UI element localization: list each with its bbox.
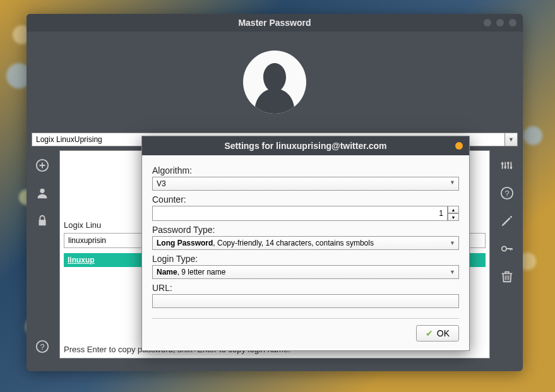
help-icon[interactable]: ?: [35, 339, 50, 354]
delete-icon[interactable]: [499, 269, 515, 284]
url-input[interactable]: [152, 294, 459, 308]
svg-point-3: [501, 162, 504, 165]
site-list-item-label: linuxup: [68, 256, 95, 264]
url-label: URL:: [152, 283, 459, 293]
counter-spinner: ▲ ▼: [448, 206, 459, 221]
ok-button[interactable]: ✔ OK: [416, 325, 459, 342]
right-toolbar: ?: [491, 150, 523, 359]
login-type-rest: , 9 letter name: [177, 268, 226, 276]
settings-dialog: Settings for linuxuprising@twitter.com A…: [141, 136, 470, 351]
password-type-label: Password Type:: [152, 225, 459, 235]
password-type-select[interactable]: Long Password , Copy-friendly, 14 charac…: [152, 236, 459, 250]
counter-up-button[interactable]: ▲: [448, 206, 459, 213]
check-icon: ✔: [426, 328, 433, 338]
titlebar: Master Password: [27, 14, 523, 32]
lock-icon[interactable]: [35, 213, 50, 229]
user-dropdown-button[interactable]: ▼: [505, 133, 518, 146]
svg-text:?: ?: [40, 342, 44, 352]
algorithm-select[interactable]: [152, 177, 459, 191]
separator: [152, 318, 459, 319]
counter-label: Counter:: [152, 194, 459, 205]
minimize-button[interactable]: [484, 19, 491, 27]
help-icon-right[interactable]: ?: [499, 186, 515, 201]
password-type-bold: Long Password: [157, 239, 213, 247]
svg-point-4: [504, 166, 506, 169]
site-label: Logix Linu: [64, 220, 101, 230]
login-type-select[interactable]: Name , 9 letter name: [152, 265, 459, 279]
counter-down-button[interactable]: ▼: [448, 213, 459, 221]
add-icon[interactable]: [35, 158, 50, 173]
algorithm-label: Algorithm:: [152, 165, 459, 175]
svg-text:?: ?: [504, 189, 509, 198]
svg-point-5: [507, 162, 510, 165]
svg-point-6: [510, 167, 513, 169]
window-controls: [484, 19, 516, 27]
login-type-bold: Name: [157, 268, 177, 276]
svg-point-9: [502, 246, 506, 251]
password-type-rest: , Copy-friendly, 14 characters, contains…: [213, 239, 374, 247]
avatar-area: [27, 32, 523, 133]
key-icon[interactable]: [499, 241, 515, 256]
dialog-titlebar: Settings for linuxuprising@twitter.com: [142, 136, 469, 155]
edit-icon[interactable]: [499, 213, 515, 229]
close-button[interactable]: [509, 19, 516, 27]
window-title: Master Password: [238, 18, 311, 28]
dialog-title-text: Settings for linuxuprising@twitter.com: [224, 141, 386, 151]
maximize-button[interactable]: [496, 19, 504, 27]
dialog-close-button[interactable]: [455, 142, 463, 150]
counter-input[interactable]: [152, 206, 448, 221]
user-icon[interactable]: [35, 186, 50, 201]
avatar-icon[interactable]: [243, 50, 306, 114]
left-toolbar: [27, 150, 58, 359]
settings-icon[interactable]: [499, 158, 515, 173]
login-type-label: Login Type:: [152, 254, 459, 264]
ok-label: OK: [437, 328, 450, 338]
